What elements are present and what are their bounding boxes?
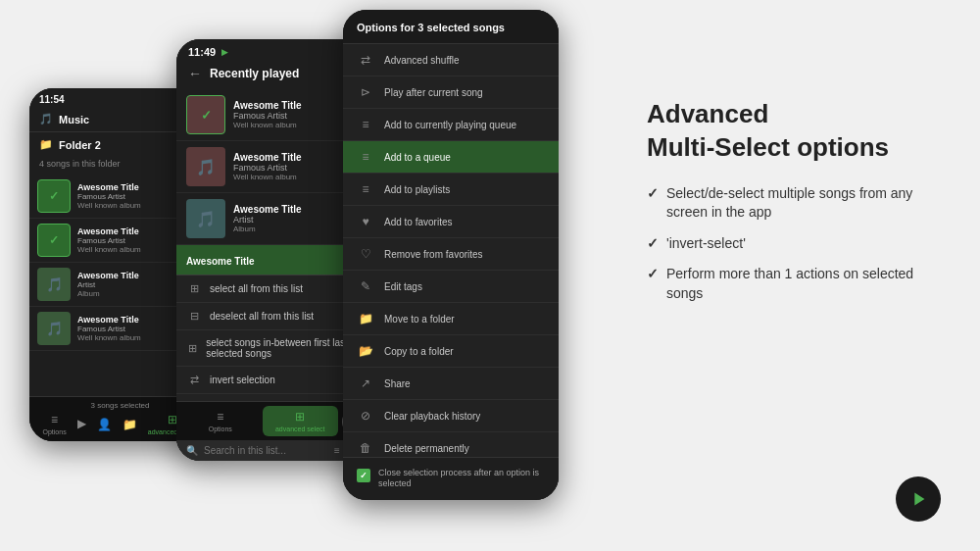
search-icon: 🔍 xyxy=(186,445,198,456)
shuffle-icon: ⇄ xyxy=(357,53,374,67)
phone-2-advanced-select-btn[interactable]: ⊞ advanced select xyxy=(263,406,339,436)
edit-tags-item[interactable]: ✎ Edit tags xyxy=(343,271,559,303)
add-to-favorites-item[interactable]: ♥ Add to favorites xyxy=(343,206,559,238)
edit-icon: ✎ xyxy=(357,279,374,293)
folder-icon: 📁 xyxy=(39,138,53,151)
album-art: ✓ xyxy=(37,179,71,213)
back-button[interactable]: ← xyxy=(188,66,202,81)
close-after-action-label: Close selection process after an option … xyxy=(378,468,545,490)
delete-item[interactable]: 🗑 Delete permanently xyxy=(343,432,559,457)
add-to-queue-item[interactable]: ≡ Add to a queue xyxy=(343,141,559,174)
album-art: ✓ xyxy=(37,224,71,257)
add-to-playlists-item[interactable]: ≡ Add to playlists xyxy=(343,174,559,206)
phone-2-header-title: Recently played xyxy=(210,67,354,80)
delete-icon: 🗑 xyxy=(357,441,374,455)
profile-nav-item[interactable]: 👤 xyxy=(97,418,112,431)
move-to-folder-item[interactable]: 📁 Move to a folder xyxy=(343,303,559,335)
move-folder-icon: 📁 xyxy=(357,312,374,326)
playlist-icon: ≡ xyxy=(357,182,374,196)
queue-icon: ≡ xyxy=(357,118,374,131)
share-icon: ↗ xyxy=(357,376,374,390)
history-icon: ⊘ xyxy=(357,409,374,423)
select-between-icon: ⊞ xyxy=(186,342,198,355)
feature-heading: Advanced Multi-Select options xyxy=(647,98,941,165)
invert-selection-icon: ⇄ xyxy=(186,374,202,386)
music-icon: 🎵 xyxy=(39,113,53,125)
play-next-icon: ⊳ xyxy=(357,85,374,99)
remove-from-favorites-item[interactable]: ♡ Remove from favorites xyxy=(343,238,559,271)
phones-area: 11:54 ▶ 🎵 Music 📁 Folder 2 4 songs in th… xyxy=(20,0,627,551)
feature-item-2: 'invert-select' xyxy=(647,234,941,254)
phone-2-options-btn[interactable]: ≡ Options xyxy=(182,406,259,436)
select-all-label: select all from this list xyxy=(210,283,303,294)
heart-empty-icon: ♡ xyxy=(357,247,374,261)
folder-nav-item[interactable]: 📁 xyxy=(122,418,137,431)
nav-icon-1: ≡ xyxy=(334,445,340,456)
feature-item-1: Select/de-select multiple songs from any… xyxy=(647,184,941,223)
album-art: 🎵 xyxy=(37,268,71,301)
heart-full-icon: ♥ xyxy=(357,215,374,228)
copy-to-folder-item[interactable]: 📂 Copy to a folder xyxy=(343,335,559,368)
app-logo xyxy=(896,476,941,522)
copy-folder-icon: 📂 xyxy=(357,344,374,358)
deselect-all-label: deselect all from this list xyxy=(210,311,314,322)
add-queue-icon: ≡ xyxy=(357,150,374,164)
play-icon: ▶ xyxy=(221,47,228,57)
album-art: 🎵 xyxy=(37,312,71,345)
phone-1-time: 11:54 xyxy=(39,94,65,105)
search-input[interactable] xyxy=(204,445,328,456)
select-all-icon: ⊞ xyxy=(186,282,202,295)
checkbox-checked[interactable]: ✓ xyxy=(357,469,370,482)
folder-name: Folder 2 xyxy=(59,139,101,151)
current-song-title: Awesome Title xyxy=(186,256,255,267)
advanced-shuffle-item[interactable]: ⇄ Advanced shuffle xyxy=(343,44,559,76)
phone-1-header-title: Music xyxy=(59,114,89,125)
share-item[interactable]: ↗ Share xyxy=(343,368,559,400)
album-art: ✓ xyxy=(186,95,225,134)
svg-marker-0 xyxy=(914,493,924,506)
phone-3-screen: Options for 3 selected songs ⇄ Advanced … xyxy=(343,10,559,500)
phone-2-time: 11:49 xyxy=(188,46,216,58)
feature-list: Select/de-select multiple songs from any… xyxy=(647,184,941,304)
invert-selection-label: invert selection xyxy=(210,375,275,385)
phone-3: Options for 3 selected songs ⇄ Advanced … xyxy=(343,10,559,500)
close-after-action-row[interactable]: ✓ Close selection process after an optio… xyxy=(343,457,559,500)
add-to-playing-queue-item[interactable]: ≡ Add to currently playing queue xyxy=(343,109,559,141)
album-art: 🎵 xyxy=(186,199,225,238)
play-after-item[interactable]: ⊳ Play after current song xyxy=(343,76,559,109)
feature-item-3: Perform more than 1 actions on selected … xyxy=(647,265,941,303)
options-header: Options for 3 selected songs xyxy=(343,10,559,44)
options-list: ⇄ Advanced shuffle ⊳ Play after current … xyxy=(343,44,559,457)
album-art: 🎵 xyxy=(186,147,225,186)
right-panel: Advanced Multi-Select options Select/de-… xyxy=(647,98,941,316)
deselect-all-icon: ⊟ xyxy=(186,310,202,323)
clear-history-item[interactable]: ⊘ Clear playback history xyxy=(343,400,559,432)
options-nav-item[interactable]: ≡ Options xyxy=(43,413,67,435)
play-nav-item[interactable]: ▶ xyxy=(77,417,86,432)
